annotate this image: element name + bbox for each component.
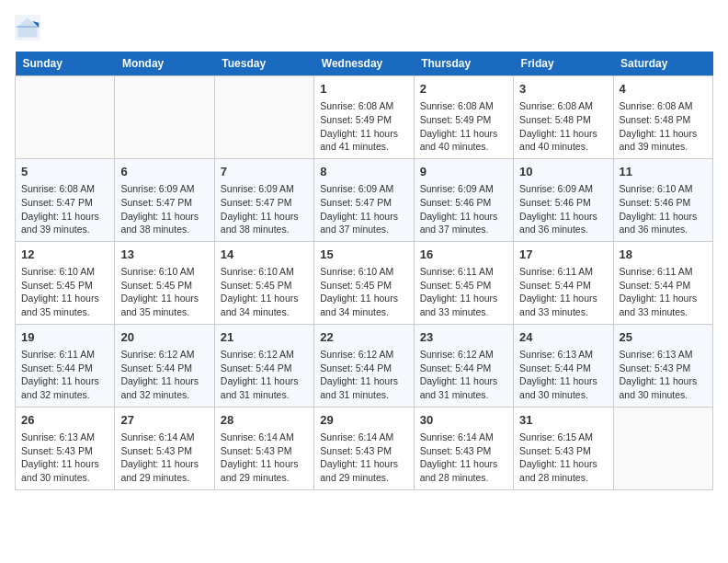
- day-info: Sunrise: 6:08 AM Sunset: 5:48 PM Dayligh…: [519, 99, 607, 154]
- day-number: 25: [620, 329, 707, 346]
- header-wednesday: Wednesday: [314, 52, 414, 76]
- day-info: Sunrise: 6:09 AM Sunset: 5:46 PM Dayligh…: [420, 182, 507, 236]
- day-info: Sunrise: 6:11 AM Sunset: 5:44 PM Dayligh…: [21, 348, 108, 402]
- day-number: 7: [221, 164, 308, 180]
- day-number: 21: [221, 329, 308, 346]
- day-number: 23: [420, 329, 507, 346]
- header-saturday: Saturday: [613, 52, 712, 76]
- day-number: 27: [120, 412, 208, 429]
- calendar-cell: 24Sunrise: 6:13 AM Sunset: 5:44 PM Dayli…: [514, 324, 613, 407]
- header-sunday: Sunday: [16, 52, 115, 76]
- day-number: 20: [120, 329, 208, 346]
- calendar-cell: 1Sunrise: 6:08 AM Sunset: 5:49 PM Daylig…: [314, 76, 414, 159]
- day-number: 26: [21, 412, 108, 429]
- calendar-header-row: SundayMondayTuesdayWednesdayThursdayFrid…: [16, 52, 713, 76]
- day-info: Sunrise: 6:09 AM Sunset: 5:47 PM Dayligh…: [320, 182, 407, 236]
- calendar-cell: 19Sunrise: 6:11 AM Sunset: 5:44 PM Dayli…: [16, 324, 115, 407]
- header-thursday: Thursday: [414, 52, 513, 76]
- day-number: 6: [120, 164, 208, 180]
- calendar-cell: 6Sunrise: 6:09 AM Sunset: 5:47 PM Daylig…: [115, 158, 214, 241]
- day-info: Sunrise: 6:13 AM Sunset: 5:44 PM Dayligh…: [519, 348, 607, 402]
- day-info: Sunrise: 6:10 AM Sunset: 5:45 PM Dayligh…: [21, 265, 108, 319]
- calendar-cell: 20Sunrise: 6:12 AM Sunset: 5:44 PM Dayli…: [115, 324, 214, 407]
- header-monday: Monday: [115, 52, 214, 76]
- day-info: Sunrise: 6:08 AM Sunset: 5:47 PM Dayligh…: [21, 182, 108, 236]
- calendar-cell: 22Sunrise: 6:12 AM Sunset: 5:44 PM Dayli…: [314, 324, 414, 407]
- day-number: 11: [620, 164, 707, 180]
- day-info: Sunrise: 6:12 AM Sunset: 5:44 PM Dayligh…: [420, 348, 507, 402]
- week-row-5: 26Sunrise: 6:13 AM Sunset: 5:43 PM Dayli…: [16, 407, 713, 489]
- calendar-cell: [115, 76, 214, 159]
- day-number: 15: [320, 247, 407, 263]
- day-number: 18: [620, 247, 707, 263]
- day-info: Sunrise: 6:08 AM Sunset: 5:48 PM Dayligh…: [620, 99, 707, 154]
- day-info: Sunrise: 6:11 AM Sunset: 5:44 PM Dayligh…: [620, 265, 707, 319]
- day-info: Sunrise: 6:15 AM Sunset: 5:43 PM Dayligh…: [519, 431, 607, 485]
- calendar-cell: [613, 407, 712, 489]
- calendar-table: SundayMondayTuesdayWednesdayThursdayFrid…: [15, 52, 713, 490]
- calendar-cell: 27Sunrise: 6:14 AM Sunset: 5:43 PM Dayli…: [115, 407, 214, 489]
- day-info: Sunrise: 6:10 AM Sunset: 5:45 PM Dayligh…: [120, 265, 208, 319]
- day-number: 5: [21, 164, 108, 180]
- day-info: Sunrise: 6:14 AM Sunset: 5:43 PM Dayligh…: [320, 431, 407, 485]
- calendar-cell: 18Sunrise: 6:11 AM Sunset: 5:44 PM Dayli…: [613, 241, 712, 324]
- day-number: 8: [320, 164, 407, 180]
- logo: [15, 15, 42, 40]
- header-friday: Friday: [514, 52, 613, 76]
- day-info: Sunrise: 6:08 AM Sunset: 5:49 PM Dayligh…: [420, 99, 507, 154]
- day-number: 3: [519, 81, 607, 98]
- day-info: Sunrise: 6:11 AM Sunset: 5:44 PM Dayligh…: [519, 265, 607, 319]
- logo-icon: [15, 15, 40, 40]
- calendar-cell: [214, 76, 313, 159]
- day-info: Sunrise: 6:12 AM Sunset: 5:44 PM Dayligh…: [221, 348, 308, 402]
- calendar-cell: 5Sunrise: 6:08 AM Sunset: 5:47 PM Daylig…: [16, 158, 115, 241]
- day-number: 29: [320, 412, 407, 429]
- calendar-cell: 16Sunrise: 6:11 AM Sunset: 5:45 PM Dayli…: [414, 241, 513, 324]
- calendar-cell: 8Sunrise: 6:09 AM Sunset: 5:47 PM Daylig…: [314, 158, 414, 241]
- day-number: 13: [120, 247, 208, 263]
- day-info: Sunrise: 6:08 AM Sunset: 5:49 PM Dayligh…: [320, 99, 407, 154]
- day-info: Sunrise: 6:14 AM Sunset: 5:43 PM Dayligh…: [120, 431, 208, 485]
- day-number: 10: [519, 164, 607, 180]
- calendar-cell: 3Sunrise: 6:08 AM Sunset: 5:48 PM Daylig…: [514, 76, 613, 159]
- calendar-cell: 28Sunrise: 6:14 AM Sunset: 5:43 PM Dayli…: [214, 407, 313, 489]
- day-number: 4: [620, 81, 707, 98]
- day-info: Sunrise: 6:09 AM Sunset: 5:46 PM Dayligh…: [519, 182, 607, 236]
- calendar-cell: 29Sunrise: 6:14 AM Sunset: 5:43 PM Dayli…: [314, 407, 414, 489]
- day-number: 19: [21, 329, 108, 346]
- day-number: 2: [420, 81, 507, 98]
- day-number: 14: [221, 247, 308, 263]
- day-info: Sunrise: 6:13 AM Sunset: 5:43 PM Dayligh…: [21, 431, 108, 485]
- day-info: Sunrise: 6:10 AM Sunset: 5:46 PM Dayligh…: [620, 182, 707, 236]
- day-number: 1: [320, 81, 407, 98]
- calendar-cell: 17Sunrise: 6:11 AM Sunset: 5:44 PM Dayli…: [514, 241, 613, 324]
- calendar-cell: 26Sunrise: 6:13 AM Sunset: 5:43 PM Dayli…: [16, 407, 115, 489]
- calendar-cell: 13Sunrise: 6:10 AM Sunset: 5:45 PM Dayli…: [115, 241, 214, 324]
- day-info: Sunrise: 6:12 AM Sunset: 5:44 PM Dayligh…: [120, 348, 208, 402]
- svg-rect-3: [17, 26, 40, 28]
- day-info: Sunrise: 6:09 AM Sunset: 5:47 PM Dayligh…: [221, 182, 308, 236]
- calendar-cell: 2Sunrise: 6:08 AM Sunset: 5:49 PM Daylig…: [414, 76, 513, 159]
- day-info: Sunrise: 6:12 AM Sunset: 5:44 PM Dayligh…: [320, 348, 407, 402]
- calendar-cell: 31Sunrise: 6:15 AM Sunset: 5:43 PM Dayli…: [514, 407, 613, 489]
- day-info: Sunrise: 6:10 AM Sunset: 5:45 PM Dayligh…: [320, 265, 407, 319]
- page-header: [15, 15, 713, 40]
- calendar-cell: [16, 76, 115, 159]
- day-number: 31: [519, 412, 607, 429]
- day-number: 9: [420, 164, 507, 180]
- calendar-cell: 15Sunrise: 6:10 AM Sunset: 5:45 PM Dayli…: [314, 241, 414, 324]
- day-info: Sunrise: 6:11 AM Sunset: 5:45 PM Dayligh…: [420, 265, 507, 319]
- day-info: Sunrise: 6:14 AM Sunset: 5:43 PM Dayligh…: [420, 431, 507, 485]
- calendar-cell: 11Sunrise: 6:10 AM Sunset: 5:46 PM Dayli…: [613, 158, 712, 241]
- calendar-cell: 25Sunrise: 6:13 AM Sunset: 5:43 PM Dayli…: [613, 324, 712, 407]
- week-row-3: 12Sunrise: 6:10 AM Sunset: 5:45 PM Dayli…: [16, 241, 713, 324]
- day-number: 24: [519, 329, 607, 346]
- day-info: Sunrise: 6:09 AM Sunset: 5:47 PM Dayligh…: [120, 182, 208, 236]
- day-number: 17: [519, 247, 607, 263]
- day-number: 30: [420, 412, 507, 429]
- calendar-cell: 7Sunrise: 6:09 AM Sunset: 5:47 PM Daylig…: [214, 158, 313, 241]
- week-row-4: 19Sunrise: 6:11 AM Sunset: 5:44 PM Dayli…: [16, 324, 713, 407]
- day-info: Sunrise: 6:14 AM Sunset: 5:43 PM Dayligh…: [221, 431, 308, 485]
- day-number: 16: [420, 247, 507, 263]
- week-row-2: 5Sunrise: 6:08 AM Sunset: 5:47 PM Daylig…: [16, 158, 713, 241]
